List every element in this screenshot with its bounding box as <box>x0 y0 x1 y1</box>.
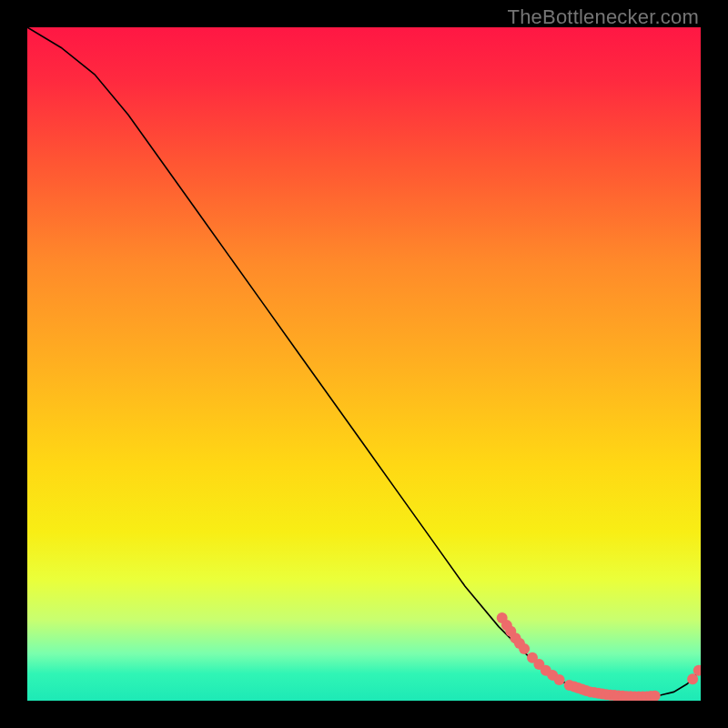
chart-container: TheBottlenecker.com <box>0 0 728 728</box>
plot-background <box>27 27 701 701</box>
watermark-text: TheBottlenecker.com <box>508 5 699 29</box>
